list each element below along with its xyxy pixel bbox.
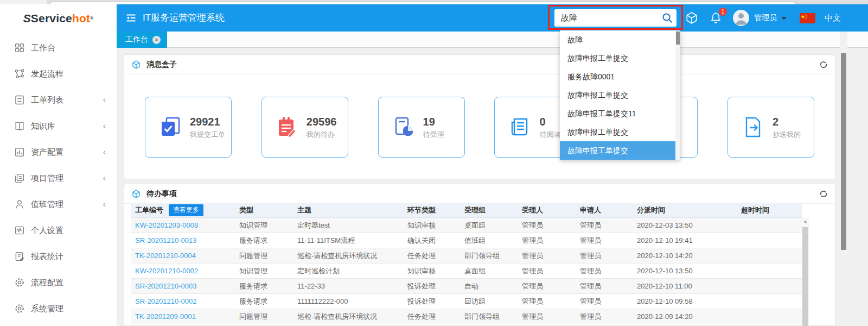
todo-clipboard-icon: [275, 115, 299, 139]
sidebar-item-personal-settings[interactable]: 个人设置: [0, 217, 117, 243]
tab-workbench[interactable]: 工作台 ×: [117, 32, 167, 48]
sidebar-item-process-config[interactable]: 流程配置: [0, 269, 117, 296]
username[interactable]: 管理员: [754, 13, 777, 23]
sidebar-item-label: 个人设置: [31, 225, 106, 236]
cell-subject: 定时器test: [293, 221, 403, 230]
sidebar-item-report-stats[interactable]: 报表统计: [0, 243, 117, 269]
stat-value: 29596: [307, 115, 337, 128]
work-order-link[interactable]: SR-20201210-0003: [131, 282, 235, 290]
cube-icon: [131, 189, 141, 199]
avatar[interactable]: [733, 10, 749, 26]
column-header: 申请人: [576, 205, 633, 215]
sidebar-item-project-mgmt[interactable]: 项目管理 ‹: [0, 165, 117, 191]
sidebar: SServicehot® 工作台 发起流程 工单列表 ‹ 知识库 ‹: [0, 4, 117, 326]
work-order-link[interactable]: SR-20201210-0013: [131, 236, 235, 244]
work-order-link[interactable]: TK-20201209-0001: [131, 312, 235, 321]
gear-icon: [14, 277, 25, 288]
menu-collapse-icon[interactable]: [125, 12, 137, 23]
panel-title: 消息盒子: [146, 60, 819, 70]
table-row: KW-20201203-0008 知识管理 定时器test 知识审核 桌面组 管…: [131, 218, 802, 233]
chevron-left-icon: ‹: [103, 200, 106, 209]
sidebar-item-knowledge-base[interactable]: 知识库 ‹: [0, 113, 117, 139]
table-scrollbar-thumb[interactable]: [802, 227, 808, 326]
language-selector[interactable]: 中文: [825, 13, 841, 23]
cell-applicant: 管理员: [576, 281, 633, 291]
dropdown-scrollbar-thumb[interactable]: [676, 32, 680, 45]
china-flag-icon[interactable]: [800, 13, 815, 23]
suggestion-item-selected[interactable]: 故障申报工单提交: [560, 141, 680, 160]
cell-applicant: 管理员: [576, 312, 633, 322]
work-order-link[interactable]: SR-20201210-0002: [131, 297, 235, 305]
search-icon[interactable]: [661, 12, 673, 24]
table-row: SR-20201210-0002 服务请求 1111112222-000 投诉处…: [131, 294, 802, 309]
table-scrollbar[interactable]: ▲: [802, 218, 809, 326]
column-header: 主题: [293, 205, 403, 215]
sidebar-item-ticket-list[interactable]: 工单列表 ‹: [0, 87, 117, 113]
view-more-button[interactable]: 查看更多: [169, 204, 203, 216]
suggestion-item[interactable]: 故障: [560, 30, 680, 49]
scroll-up-arrow-icon[interactable]: ▲: [802, 218, 809, 225]
sidebar-item-label: 值班管理: [31, 199, 103, 210]
app-screen: SServicehot® 工作台 发起流程 工单列表 ‹ 知识库 ‹: [0, 0, 868, 326]
sidebar-item-label: 报表统计: [31, 252, 106, 262]
submitted-doc-icon: [158, 115, 182, 139]
cell-applicant: 管理员: [576, 236, 633, 246]
cell-subject: 1111112222-000: [293, 297, 403, 305]
cell-dispatch-time: 2020-12-09 14:20: [633, 312, 737, 321]
sidebar-item-workbench[interactable]: 工作台: [0, 35, 117, 61]
stat-value: 2: [773, 115, 801, 128]
suggestion-item[interactable]: 故障申报工单提交: [560, 123, 680, 141]
column-header: 受理人: [518, 205, 576, 215]
page-scrollbar[interactable]: [840, 32, 847, 326]
cell-step: 任务处理: [403, 251, 460, 261]
stat-card-cc-me[interactable]: 2 抄送我的: [727, 97, 814, 158]
work-order-link[interactable]: TK-20201210-0004: [131, 252, 235, 260]
refresh-icon[interactable]: [819, 190, 828, 198]
cell-group: 回访组: [460, 297, 518, 306]
cell-handler: 管理员: [518, 251, 576, 261]
cell-subject: 巡检-请检查机房环境状况: [293, 251, 403, 261]
cell-group: 桌面组: [460, 266, 518, 276]
stat-card-my-todo[interactable]: 29596 我的待办: [261, 97, 348, 158]
chevron-down-icon[interactable]: [781, 17, 787, 20]
cell-step: 投诉处理: [403, 297, 460, 306]
cell-type: 服务请求: [235, 297, 293, 306]
suggestion-item[interactable]: 故障申报工单提交: [560, 49, 680, 67]
sidebar-item-asset-config[interactable]: 资产配置 ‹: [0, 139, 117, 165]
cell-applicant: 管理员: [576, 297, 633, 306]
sidebar-item-start-process[interactable]: 发起流程: [0, 61, 117, 87]
suggestion-item[interactable]: 故障申报工单提交11: [560, 104, 680, 123]
cell-subject: 定时巡检计划: [293, 266, 403, 276]
search-suggestions-dropdown: 故障 故障申报工单提交 服务故障0001 故障申报工单提交 故障申报工单提交11…: [560, 30, 680, 160]
cell-dispatch-time: 2020-12-10 14:20: [633, 252, 737, 260]
page-scrollbar-thumb[interactable]: [841, 53, 846, 250]
chevron-left-icon: ‹: [103, 148, 106, 156]
cell-group: 桌面组: [460, 221, 518, 230]
cube-icon[interactable]: [685, 11, 699, 25]
sidebar-item-duty-mgmt[interactable]: 值班管理 ‹: [0, 191, 117, 217]
topbar: IT服务运营管理系统 1 管理员 中文: [117, 4, 868, 32]
notifications-bell[interactable]: 1: [709, 11, 723, 25]
stat-card-my-submitted[interactable]: 29921 我提交工单: [145, 97, 232, 158]
tab-strip: 工作台 ×: [117, 32, 868, 48]
suggestion-item[interactable]: 服务故障0001: [560, 67, 680, 86]
cell-group: 部门领导组: [460, 251, 518, 261]
cell-dispatch-time: 2020-12-10 13:50: [633, 267, 737, 275]
news-icon: [508, 115, 532, 139]
stat-value: 19: [423, 115, 444, 128]
cell-dispatch-time: 2020-12-03 13:50: [633, 221, 737, 229]
topbar-right-cluster: 1 管理员 中文: [685, 4, 841, 32]
dropdown-scrollbar[interactable]: [675, 30, 680, 160]
stat-value: 0: [539, 115, 560, 128]
refresh-icon[interactable]: [819, 60, 828, 69]
search-input[interactable]: [554, 9, 658, 27]
list-icon: [14, 95, 25, 105]
work-order-link[interactable]: KW-20201203-0008: [131, 221, 235, 229]
sidebar-item-system-mgmt[interactable]: 系统管理: [0, 296, 117, 322]
tab-close-icon[interactable]: ×: [152, 36, 161, 44]
work-order-link[interactable]: KW-20201210-0002: [131, 267, 235, 275]
column-header: 分派时间: [633, 205, 737, 215]
suggestion-item[interactable]: 故障申报工单提交: [560, 86, 680, 104]
stat-card-pending-accept[interactable]: 19 待受理: [378, 97, 465, 158]
grid-icon: [14, 42, 25, 53]
